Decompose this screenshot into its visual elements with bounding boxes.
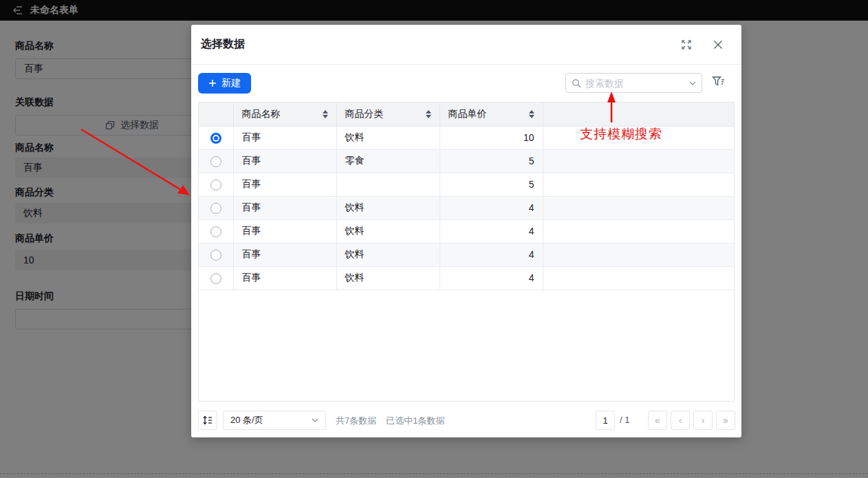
- cell-empty: [543, 219, 734, 243]
- column-label-name: 商品名称: [242, 108, 281, 120]
- radio-column-header: [199, 102, 233, 126]
- cell-category: [336, 173, 440, 196]
- row-radio[interactable]: [210, 250, 221, 261]
- row-radio[interactable]: [210, 133, 221, 144]
- modal-title: 选择数据: [201, 37, 245, 52]
- filter-icon[interactable]: [712, 76, 725, 87]
- column-label-price: 商品单价: [448, 108, 487, 120]
- empty-column-header: [543, 102, 734, 126]
- cell-name: 百事: [233, 243, 336, 266]
- expand-icon[interactable]: [681, 39, 692, 50]
- cell-price: 5: [440, 173, 543, 196]
- table-row[interactable]: 百事 零食 5: [199, 149, 734, 173]
- row-radio[interactable]: [210, 226, 221, 237]
- search-icon: [572, 78, 581, 88]
- search-input[interactable]: [585, 78, 685, 89]
- first-page-button[interactable]: «: [648, 411, 667, 430]
- modal-footer: 20 条/页 共7条数据 已选中1条数据 / 1 « ‹ › »: [191, 411, 741, 430]
- new-record-button[interactable]: 新建: [198, 73, 251, 94]
- current-page-input[interactable]: [596, 411, 615, 430]
- row-radio[interactable]: [210, 180, 221, 191]
- cell-price: 5: [440, 149, 543, 173]
- total-count-text: 共7条数据: [336, 415, 376, 427]
- cell-empty: [543, 126, 734, 149]
- row-radio[interactable]: [210, 203, 221, 214]
- page-size-value: 20 条/页: [230, 414, 263, 426]
- cell-category: 饮料: [336, 219, 440, 243]
- page-size-select[interactable]: 20 条/页: [223, 411, 326, 430]
- cell-name: 百事: [233, 266, 336, 290]
- cell-name: 百事: [233, 173, 336, 196]
- row-radio[interactable]: [210, 156, 221, 167]
- cell-price: 4: [440, 266, 543, 290]
- data-table: 商品名称 商品分类 商品单价: [198, 102, 735, 402]
- last-page-button[interactable]: »: [716, 411, 735, 430]
- cell-empty: [543, 149, 734, 173]
- column-header-price[interactable]: 商品单价: [440, 102, 543, 126]
- cell-category: 饮料: [336, 126, 440, 149]
- selected-count-text: 已选中1条数据: [386, 415, 444, 427]
- page-total-text: / 1: [620, 415, 629, 425]
- select-data-modal: 选择数据 新建: [191, 25, 741, 437]
- table-row[interactable]: 百事 5: [199, 173, 734, 196]
- cell-category: 饮料: [336, 266, 440, 290]
- cell-empty: [543, 173, 734, 196]
- cell-empty: [543, 243, 734, 266]
- cell-empty: [543, 266, 734, 290]
- row-height-icon[interactable]: [198, 411, 217, 430]
- table-row[interactable]: 百事 饮料 10: [199, 126, 734, 149]
- chevron-down-icon: [312, 418, 318, 422]
- column-header-name[interactable]: 商品名称: [233, 102, 336, 126]
- sort-icon[interactable]: [529, 110, 534, 118]
- cell-price: 4: [440, 196, 543, 219]
- cell-price: 10: [440, 126, 543, 149]
- cell-name: 百事: [233, 126, 336, 149]
- next-page-button[interactable]: ›: [693, 411, 713, 430]
- table-row[interactable]: 百事 饮料 4: [199, 196, 734, 219]
- sort-icon[interactable]: [426, 110, 431, 118]
- plus-icon: [208, 79, 217, 87]
- cell-name: 百事: [233, 149, 336, 173]
- column-header-category[interactable]: 商品分类: [336, 102, 440, 126]
- prev-page-button[interactable]: ‹: [671, 411, 690, 430]
- cell-price: 4: [440, 219, 543, 243]
- cell-category: 饮料: [336, 196, 440, 219]
- cell-price: 4: [440, 243, 543, 266]
- cell-name: 百事: [233, 219, 336, 243]
- table-row[interactable]: 百事 饮料 4: [199, 219, 734, 243]
- sort-icon[interactable]: [323, 110, 328, 118]
- close-icon[interactable]: [713, 39, 724, 50]
- table-body: 百事 饮料 10 百事 零食 5 百事 5 百事 饮料 4 百事 饮料 4 百事…: [199, 126, 734, 290]
- table-row[interactable]: 百事 饮料 4: [199, 243, 734, 266]
- cell-name: 百事: [233, 196, 336, 219]
- chevron-down-icon[interactable]: [689, 81, 696, 85]
- modal-header: 选择数据: [191, 25, 741, 65]
- cell-category: 零食: [336, 149, 440, 173]
- cell-category: 饮料: [336, 243, 440, 266]
- cell-empty: [543, 196, 734, 219]
- row-radio[interactable]: [210, 273, 221, 284]
- table-row[interactable]: 百事 饮料 4: [199, 266, 734, 290]
- search-box[interactable]: [565, 73, 702, 93]
- column-label-category: 商品分类: [345, 108, 384, 120]
- table-header-row: 商品名称 商品分类 商品单价: [199, 102, 734, 126]
- new-record-button-label: 新建: [221, 77, 241, 89]
